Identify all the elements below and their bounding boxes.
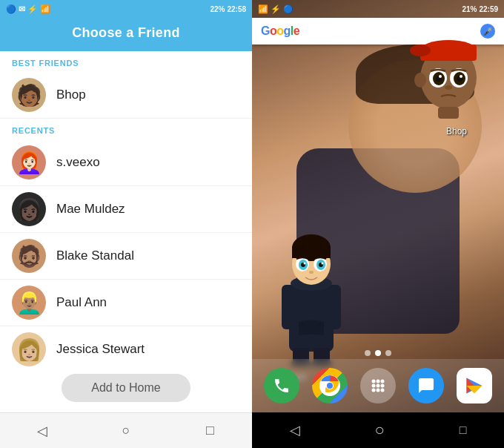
avatar-jessica: 👩🏼 [12, 332, 46, 366]
nav-bar-right: ◁ ○ □ [252, 412, 504, 448]
svg-point-37 [327, 383, 333, 389]
svg-point-32 [445, 85, 452, 90]
friend-item-paul[interactable]: 👱🏽‍♂️ Paul Ann [0, 280, 252, 326]
svg-point-31 [460, 75, 462, 78]
friend-name-paul: Paul Ann [56, 295, 107, 310]
nav-back-left[interactable]: ◁ [33, 422, 51, 440]
home-dot-3 [385, 350, 391, 356]
friend-item-blake[interactable]: 🧔🏽 Blake Standal [0, 233, 252, 280]
svg-point-13 [304, 263, 306, 265]
bitmoji-bhop [400, 30, 497, 141]
time-left: 22:58 [227, 5, 246, 13]
svg-point-33 [414, 73, 426, 88]
dock-play-store-app[interactable] [457, 368, 492, 403]
friend-name-mae: Mae Muldez [56, 202, 125, 217]
bitmoji-bhop-label: Bhop [446, 126, 467, 136]
friend-name-blake: Blake Standal [56, 248, 134, 263]
friend-item-jessica[interactable]: 👩🏼 Jessica Stewart [0, 326, 252, 366]
nav-back-right[interactable]: ◁ [290, 422, 300, 438]
home-dot-1 [365, 350, 371, 356]
home-dots [252, 350, 504, 356]
svg-point-15 [309, 271, 314, 274]
header-title: Choose a Friend [12, 25, 240, 41]
app-dock [252, 359, 504, 412]
svg-point-46 [380, 389, 384, 392]
left-panel: 🔵 ✉ ⚡ 📶 22% 22:58 Choose a Friend BEST F… [0, 0, 252, 448]
svg-point-30 [439, 75, 442, 78]
avatar-blake: 🧔🏽 [12, 239, 46, 273]
add-to-home-bar: Add to Home [0, 366, 252, 412]
nav-recent-left[interactable]: □ [201, 422, 219, 440]
dock-chrome-app[interactable] [312, 368, 348, 403]
friend-name-sveexo: s.veexo [56, 155, 100, 170]
battery-left: 22% [210, 5, 225, 13]
status-bar-left: 🔵 ✉ ⚡ 📶 22% 22:58 [0, 0, 252, 18]
dock-phone-app[interactable] [264, 368, 299, 403]
best-friends-label: BEST FRIENDS [0, 51, 252, 72]
avatar-paul: 👱🏽‍♂️ [12, 286, 46, 320]
svg-point-14 [322, 263, 324, 265]
status-right-info: 22% 22:58 [210, 5, 246, 13]
nav-home-right[interactable]: ○ [375, 421, 385, 440]
status-bar-right: 📶 ⚡ 🔵 21% 22:59 [252, 0, 504, 18]
dock-apps-grid[interactable] [360, 368, 396, 403]
svg-point-39 [376, 380, 379, 383]
svg-rect-6 [292, 246, 331, 258]
svg-point-38 [371, 380, 375, 383]
nav-recent-right[interactable]: □ [460, 424, 467, 437]
svg-point-41 [371, 384, 375, 388]
svg-rect-1 [282, 285, 298, 329]
friend-name-jessica: Jessica Stewart [56, 342, 145, 357]
avatar-bhop: 🧑🏾 [12, 78, 46, 112]
status-left-icons: 🔵 ✉ ⚡ 📶 [6, 4, 50, 14]
google-logo: Google [261, 24, 299, 38]
svg-point-43 [380, 384, 384, 388]
status-right-left-icons: 📶 ⚡ 🔵 [258, 4, 294, 14]
friend-item-mae[interactable]: 👩🏿 Mae Muldez [0, 186, 252, 233]
svg-rect-34 [438, 107, 459, 119]
time-right: 22:59 [479, 5, 498, 13]
bitmoji-sam-svg [271, 225, 352, 366]
bitmoji-bhop-svg [404, 30, 493, 134]
nav-home-left[interactable]: ○ [117, 422, 135, 440]
add-to-home-button[interactable]: Add to Home [62, 374, 190, 402]
home-dot-2 [375, 350, 381, 356]
friend-item-bhop[interactable]: 🧑🏾 Bhop [0, 72, 252, 119]
recents-label: RECENTS [0, 119, 252, 139]
avatar-sveexo: 👩🏻‍🦰 [12, 145, 46, 179]
friend-item-sveexo[interactable]: 👩🏻‍🦰 s.veexo [0, 139, 252, 186]
battery-right: 21% [462, 5, 477, 13]
svg-point-40 [380, 380, 384, 383]
status-right-info: 21% 22:59 [462, 5, 498, 13]
snap-header: Choose a Friend [0, 18, 252, 51]
friend-name-bhop: Bhop [56, 88, 86, 102]
svg-point-45 [376, 389, 379, 392]
friends-list[interactable]: BEST FRIENDS 🧑🏾 Bhop RECENTS 👩🏻‍🦰 s.veex… [0, 51, 252, 366]
svg-point-42 [376, 384, 379, 388]
avatar-mae: 👩🏿 [12, 192, 46, 226]
svg-point-23 [410, 45, 431, 56]
svg-point-44 [371, 389, 375, 392]
dock-messages-app[interactable] [408, 368, 444, 403]
svg-rect-2 [325, 285, 341, 329]
nav-bar-left: ◁ ○ □ [0, 412, 252, 448]
right-panel: 📶 ⚡ 🔵 21% 22:59 Google 🎤 [252, 0, 504, 448]
